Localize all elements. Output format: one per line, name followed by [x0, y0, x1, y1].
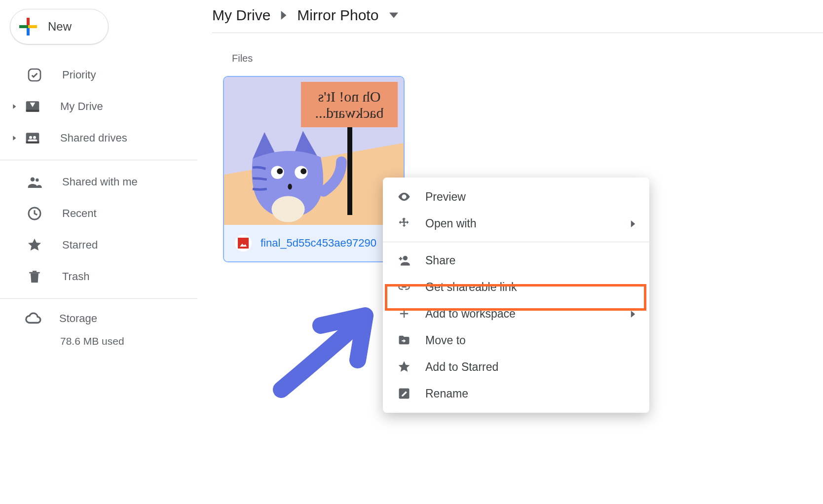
menu-item-add-to-starred[interactable]: Add to Starred — [383, 354, 649, 380]
file-name: final_5d55c453ae97290 — [261, 237, 376, 250]
cat-illustration — [229, 108, 347, 225]
sidebar-item-label: Shared drives — [60, 132, 127, 144]
drive-icon — [23, 97, 42, 116]
svg-point-16 — [288, 183, 292, 189]
storage-used-text: 78.6 MB used — [60, 335, 197, 347]
expand-icon[interactable] — [12, 135, 19, 141]
sidebar-item-recent[interactable]: Recent — [0, 198, 197, 229]
nav-secondary: Shared with me Recent Starred Trash — [0, 166, 197, 292]
sidebar-item-label: Recent — [62, 207, 97, 220]
menu-item-label: Preview — [425, 190, 466, 204]
submenu-chevron-icon — [630, 217, 636, 230]
star-icon — [397, 360, 412, 374]
menu-item-label: Open with — [425, 217, 477, 230]
clock-icon — [25, 204, 44, 223]
nav-primary: Priority My Drive Shared drives — [0, 59, 197, 154]
sidebar-item-starred[interactable]: Starred — [0, 229, 197, 261]
sidebar-item-label: Shared with me — [62, 176, 138, 188]
priority-icon — [25, 65, 44, 85]
chevron-right-icon — [279, 11, 288, 20]
svg-point-13 — [277, 168, 283, 174]
divider — [0, 298, 197, 299]
sidebar-item-label: My Drive — [60, 100, 103, 113]
menu-divider — [383, 242, 649, 242]
plus-icon — [19, 18, 37, 36]
divider — [212, 33, 823, 33]
file-meta: final_5d55c453ae97290 — [224, 225, 404, 261]
divider — [0, 160, 197, 160]
sidebar-item-label: Trash — [62, 270, 89, 283]
sidebar-item-label: Starred — [62, 239, 98, 252]
sidebar-storage: Storage 78.6 MB used — [0, 305, 197, 347]
new-button[interactable]: New — [10, 9, 109, 44]
dropdown-icon[interactable] — [389, 11, 398, 20]
menu-item-label: Share — [425, 254, 455, 267]
svg-point-8 — [31, 177, 35, 181]
sidebar-item-shared-with-me[interactable]: Shared with me — [0, 166, 197, 198]
menu-item-get-shareable-link[interactable]: Get shareable link — [383, 274, 649, 300]
svg-point-18 — [403, 256, 408, 260]
storage-label: Storage — [59, 312, 97, 325]
add-person-icon — [397, 253, 412, 268]
sidebar-item-shared-drives[interactable]: Shared drives — [0, 122, 197, 154]
svg-point-4 — [29, 136, 32, 139]
file-thumbnail: Oh no! It's backward... — [224, 77, 404, 225]
menu-item-rename[interactable]: Rename — [383, 380, 649, 407]
plus-small-icon — [397, 306, 412, 321]
move-arrows-icon — [397, 216, 412, 231]
svg-point-9 — [36, 179, 38, 181]
svg-rect-7 — [26, 142, 39, 144]
files-section-label: Files — [232, 53, 823, 64]
svg-point-17 — [403, 196, 406, 198]
new-button-label: New — [48, 20, 72, 34]
menu-item-share[interactable]: Share — [383, 247, 649, 274]
link-icon — [397, 280, 412, 294]
star-icon — [25, 235, 44, 255]
breadcrumb-current[interactable]: Mirror Photo — [297, 7, 378, 24]
rename-icon — [397, 386, 412, 401]
submenu-chevron-icon — [630, 307, 636, 321]
trash-icon — [25, 267, 44, 287]
image-file-icon — [235, 235, 252, 252]
svg-rect-2 — [26, 110, 39, 112]
menu-item-label: Add to Starred — [425, 360, 498, 374]
svg-point-11 — [271, 196, 304, 222]
people-icon — [25, 172, 44, 192]
sidebar-item-my-drive[interactable]: My Drive — [0, 91, 197, 122]
menu-item-preview[interactable]: Preview — [383, 183, 649, 210]
cloud-icon — [25, 310, 41, 327]
sidebar-item-trash[interactable]: Trash — [0, 261, 197, 292]
expand-icon[interactable] — [12, 104, 19, 109]
svg-rect-19 — [402, 287, 406, 288]
sidebar-item-storage[interactable]: Storage — [25, 305, 197, 332]
svg-point-5 — [33, 136, 36, 139]
menu-item-label: Rename — [425, 387, 468, 400]
breadcrumb-root[interactable]: My Drive — [212, 7, 270, 24]
folder-move-icon — [397, 333, 412, 348]
context-menu: Preview Open with Share Get shareable li… — [383, 178, 649, 413]
svg-point-15 — [300, 168, 306, 174]
file-card[interactable]: Oh no! It's backward... final_5d55c453ae… — [223, 76, 405, 262]
breadcrumb: My Drive Mirror Photo — [212, 1, 823, 30]
menu-item-label: Get shareable link — [425, 281, 517, 294]
eye-icon — [397, 189, 412, 204]
menu-item-add-to-workspace[interactable]: Add to workspace — [383, 300, 649, 327]
shared-drives-icon — [23, 128, 42, 148]
menu-item-open-with[interactable]: Open with — [383, 210, 649, 237]
menu-item-label: Add to workspace — [425, 307, 516, 321]
sidebar-item-priority[interactable]: Priority — [0, 59, 197, 91]
sidebar: New Priority My Drive Shared drives — [0, 0, 197, 347]
menu-item-label: Move to — [425, 334, 466, 347]
sidebar-item-label: Priority — [62, 69, 96, 81]
annotation-arrow — [266, 306, 385, 404]
menu-item-move-to[interactable]: Move to — [383, 327, 649, 354]
